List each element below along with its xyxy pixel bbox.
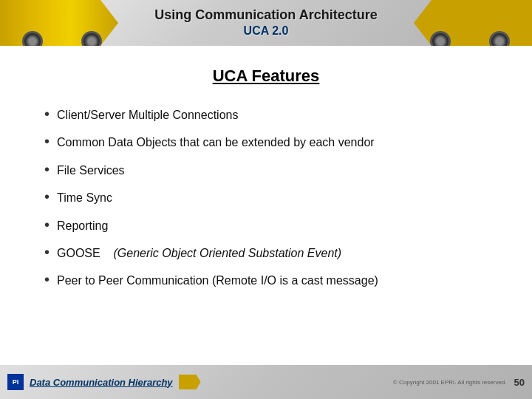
footer-decoration — [179, 375, 201, 389]
footer-logo: PI — [7, 374, 24, 390]
car-left-decoration — [0, 0, 118, 46]
bullet-text: Reporting — [57, 218, 108, 234]
bullet-text: File Services — [57, 163, 125, 179]
bullet-list: • Client/Server Multiple Connections • C… — [44, 106, 488, 290]
bullet-icon: • — [44, 162, 50, 177]
list-item: • Time Sync — [44, 189, 488, 206]
list-item: • Peer to Peer Communication (Remote I/O… — [44, 272, 488, 289]
bullet-text: GOOSE (Generic Object Oriented Substatio… — [57, 245, 341, 262]
main-content: UCA Features • Client/Server Multiple Co… — [0, 46, 532, 307]
footer-page-number: 50 — [514, 377, 525, 388]
footer-logo-text: PI — [13, 378, 19, 386]
list-item: • Client/Server Multiple Connections — [44, 106, 488, 123]
bullet-icon: • — [44, 106, 50, 121]
list-item: • File Services — [44, 162, 488, 179]
bullet-icon: • — [44, 217, 50, 232]
bullet-icon: • — [44, 272, 50, 287]
bullet-icon: • — [44, 189, 50, 204]
footer: PI Data Communication Hierarchy © Copyri… — [0, 365, 532, 399]
header-banner-inner: Using Communication Architecture UCA 2.0 — [0, 0, 532, 46]
header-line2: UCA 2.0 — [154, 24, 377, 39]
bullet-icon: • — [44, 245, 50, 259]
wheel-decoration — [22, 31, 43, 46]
list-item: • Reporting — [44, 217, 488, 234]
list-item: • GOOSE (Generic Object Oriented Substat… — [44, 245, 488, 262]
bullet-text: Time Sync — [57, 190, 112, 206]
header-line1: Using Communication Architecture — [154, 7, 377, 24]
wheel-decoration — [81, 31, 102, 46]
wheel-decoration — [489, 31, 510, 46]
bullet-text: Peer to Peer Communication (Remote I/O i… — [57, 273, 378, 289]
header-title: Using Communication Architecture UCA 2.0 — [154, 7, 377, 39]
goose-description: (Generic Object Oriented Substation Even… — [113, 247, 341, 259]
wheel-decoration — [430, 31, 451, 46]
bullet-text: Client/Server Multiple Connections — [57, 107, 238, 123]
car-right-decoration — [414, 0, 532, 46]
goose-label: GOOSE — [57, 247, 100, 259]
footer-right: © Copyright 2001 EPRI. All rights reserv… — [393, 377, 525, 388]
header-banner: Using Communication Architecture UCA 2.0 — [0, 0, 532, 46]
page-title: UCA Features — [44, 66, 488, 86]
list-item: • Common Data Objects that can be extend… — [44, 134, 488, 151]
footer-title: Data Communication Hierarchy — [30, 377, 173, 388]
bullet-text: Common Data Objects that can be extended… — [57, 134, 375, 151]
bullet-icon: • — [44, 134, 50, 149]
footer-left: PI Data Communication Hierarchy — [7, 374, 201, 390]
footer-copyright: © Copyright 2001 EPRI. All rights reserv… — [393, 379, 507, 386]
